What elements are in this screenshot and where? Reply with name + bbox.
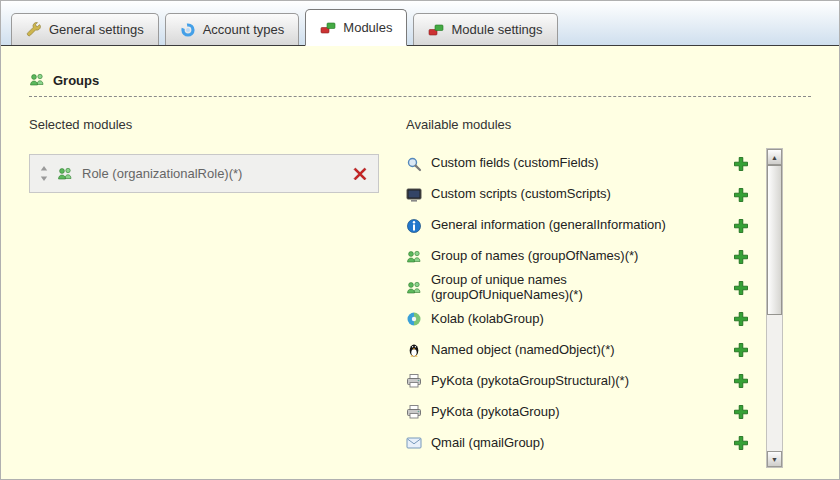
add-module-button[interactable] [733, 311, 749, 327]
info-icon [406, 218, 422, 234]
add-module-button[interactable] [733, 218, 749, 234]
drag-handle-icon[interactable] [40, 166, 48, 181]
module-label: Kolab (kolabGroup) [431, 312, 703, 327]
groups-icon [29, 72, 45, 88]
module-label: Group of names (groupOfNames)(*) [431, 249, 703, 264]
module-row: Custom fields (customFields) [406, 148, 749, 179]
gear-icon [180, 22, 196, 38]
tab-module-settings[interactable]: Module settings [413, 13, 557, 45]
module-row: Kolab (kolabGroup) [406, 304, 749, 335]
module-label: Named object (namedObject)(*) [431, 343, 703, 358]
module-label: PyKota (pykotaGroup) [431, 405, 703, 420]
module-label: Custom scripts (customScripts) [431, 187, 703, 202]
content-area: Groups Selected modules Role (organizati… [1, 46, 839, 459]
scrollbar-thumb[interactable] [767, 165, 782, 315]
add-module-button[interactable] [733, 280, 749, 296]
available-modules-list: Custom fields (customFields) Custom scri… [406, 148, 811, 459]
tab-account-types[interactable]: Account types [165, 13, 300, 45]
available-modules-column: Available modules Custom fields (customF… [406, 117, 811, 459]
module-row: Named object (namedObject)(*) [406, 335, 749, 366]
module-label: Group of unique names (groupOfUniqueName… [431, 273, 703, 303]
add-module-button[interactable] [733, 249, 749, 265]
group-icon [406, 249, 422, 265]
terminal-icon [406, 187, 422, 203]
module-row: Group of unique names (groupOfUniqueName… [406, 272, 749, 304]
tab-label: General settings [49, 22, 144, 37]
lam-configuration-window: General settings Account types Modules M… [0, 0, 840, 480]
module-row: PyKota (pykotaGroup) [406, 397, 749, 428]
modules-icon [428, 22, 444, 38]
kolab-icon [406, 311, 422, 327]
tab-label: Module settings [451, 22, 542, 37]
selected-modules-heading: Selected modules [29, 117, 406, 134]
module-row: Custom scripts (customScripts) [406, 179, 749, 210]
modules-columns: Selected modules Role (organizationalRol… [29, 117, 811, 459]
module-label: General information (generalInformation) [431, 218, 703, 233]
section-header: Groups [29, 72, 811, 97]
group-icon [57, 166, 73, 182]
tab-label: Account types [203, 22, 285, 37]
printer-icon [406, 404, 422, 420]
tab-label: Modules [343, 20, 392, 35]
tab-modules[interactable]: Modules [305, 9, 407, 46]
add-module-button[interactable] [733, 187, 749, 203]
modules-icon [320, 20, 336, 36]
printer-icon [406, 373, 422, 389]
group-icon [406, 280, 422, 296]
module-row: Qmail (qmailGroup) [406, 428, 749, 459]
remove-module-button[interactable] [352, 166, 368, 182]
add-module-button[interactable] [733, 156, 749, 172]
penguin-icon [406, 342, 422, 358]
selected-modules-column: Selected modules Role (organizationalRol… [29, 117, 406, 459]
add-module-button[interactable] [733, 404, 749, 420]
module-label: Custom fields (customFields) [431, 156, 703, 171]
scrollbar[interactable]: ▲ ▼ [766, 148, 783, 468]
mail-icon [406, 435, 422, 451]
module-row: General information (generalInformation) [406, 210, 749, 241]
scroll-down-button[interactable]: ▼ [767, 451, 782, 467]
tab-general-settings[interactable]: General settings [11, 13, 159, 45]
scroll-up-button[interactable]: ▲ [767, 149, 782, 165]
selected-module-label: Role (organizationalRole)(*) [82, 166, 343, 181]
module-row: PyKota (pykotaGroupStructural)(*) [406, 366, 749, 397]
available-modules-heading: Available modules [406, 117, 811, 134]
selected-module-row[interactable]: Role (organizationalRole)(*) [29, 154, 379, 193]
add-module-button[interactable] [733, 373, 749, 389]
tab-bar: General settings Account types Modules M… [1, 1, 839, 46]
add-module-button[interactable] [733, 435, 749, 451]
module-label: Qmail (qmailGroup) [431, 436, 703, 451]
module-row: Group of names (groupOfNames)(*) [406, 241, 749, 272]
wrench-icon [26, 22, 42, 38]
add-module-button[interactable] [733, 342, 749, 358]
section-title: Groups [53, 73, 99, 88]
module-label: PyKota (pykotaGroupStructural)(*) [431, 374, 703, 389]
magnifier-icon [406, 156, 422, 172]
